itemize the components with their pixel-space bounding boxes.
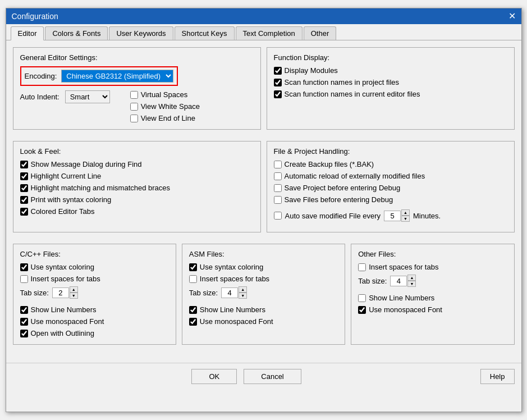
cpp-insert-spaces-checkbox[interactable] (20, 275, 28, 283)
other-insert-spaces-label: Insert spaces for tabs (369, 263, 438, 271)
view-white-space-item[interactable]: View White Space (130, 102, 200, 111)
asm-tab-decrement[interactable]: ▼ (239, 293, 247, 299)
other-files-title: Other Files: (358, 250, 507, 258)
tab-other[interactable]: Other (304, 26, 337, 40)
cpp-tab-size-spinbox[interactable]: 2 ▲ ▼ (52, 286, 78, 299)
highlight-current-line-checkbox[interactable] (20, 172, 28, 180)
view-white-space-label: View White Space (141, 102, 200, 111)
cpp-open-outlining-checkbox[interactable] (20, 330, 28, 337)
general-editor-settings: General Editor Settings: Encoding: Chine… (13, 47, 261, 130)
cpp-tab-increment[interactable]: ▲ (70, 286, 78, 293)
tab-user-keywords[interactable]: User Keywords (109, 26, 173, 40)
cpp-use-syntax-item[interactable]: Use syntax coloring (20, 263, 169, 271)
scan-project-item[interactable]: Scan function names in project files (274, 78, 507, 86)
asm-use-monospaced-item[interactable]: Use monospaced Font (189, 317, 338, 326)
asm-use-syntax-checkbox[interactable] (189, 263, 197, 271)
asm-insert-spaces-item[interactable]: Insert spaces for tabs (189, 275, 338, 283)
save-project-checkbox[interactable] (274, 184, 282, 192)
auto-save-increment[interactable]: ▲ (401, 209, 410, 216)
encoding-label: Encoding: (25, 72, 57, 80)
tab-editor[interactable]: Editor (11, 26, 44, 40)
cpp-open-outlining-item[interactable]: Open with Outlining (20, 329, 169, 337)
show-message-dialog-item[interactable]: Show Message Dialog during Find (20, 160, 254, 168)
virtual-spaces-item[interactable]: Virtual Spaces (130, 90, 200, 99)
asm-use-syntax-item[interactable]: Use syntax coloring (189, 263, 338, 271)
other-tab-size-spinbox[interactable]: 4 ▲ ▼ (390, 275, 416, 287)
asm-use-monospaced-checkbox[interactable] (189, 318, 197, 326)
cpp-show-line-numbers-checkbox[interactable] (20, 306, 28, 314)
asm-insert-spaces-checkbox[interactable] (189, 275, 197, 283)
view-white-space-checkbox[interactable] (130, 103, 138, 111)
auto-reload-item[interactable]: Automatic reload of externally modified … (274, 172, 507, 180)
auto-reload-checkbox[interactable] (274, 172, 282, 180)
other-show-line-numbers-checkbox[interactable] (358, 294, 366, 302)
cpp-tab-size-input[interactable]: 2 (52, 287, 69, 298)
colored-editor-tabs-checkbox[interactable] (20, 208, 28, 216)
highlight-current-line-item[interactable]: Highlight Current Line (20, 172, 254, 180)
auto-save-checkbox[interactable] (274, 212, 282, 220)
auto-save-spinbox-buttons: ▲ ▼ (401, 209, 410, 222)
print-syntax-checkbox[interactable] (20, 196, 28, 204)
create-backup-item[interactable]: Create Backup files (*.BAK) (274, 160, 507, 168)
auto-indent-select[interactable]: Smart (65, 90, 110, 103)
ok-button[interactable]: OK (191, 369, 237, 384)
asm-show-line-numbers-item[interactable]: Show Line Numbers (189, 305, 338, 314)
print-syntax-item[interactable]: Print with syntax coloring (20, 195, 254, 204)
cancel-button[interactable]: Cancel (244, 369, 301, 384)
auto-save-input[interactable]: 5 (384, 211, 401, 221)
cpp-use-monospaced-item[interactable]: Use monospaced Font (20, 317, 169, 326)
save-project-item[interactable]: Save Project before entering Debug (274, 184, 507, 192)
scan-editor-item[interactable]: Scan function names in current editor fi… (274, 90, 507, 98)
asm-show-line-numbers-checkbox[interactable] (189, 306, 197, 314)
highlight-matching-item[interactable]: Highlight matching and mismatched braces (20, 184, 254, 192)
cpp-use-syntax-checkbox[interactable] (20, 263, 28, 271)
encoding-select[interactable]: Chinese GB2312 (Simplified) (61, 70, 173, 83)
other-use-monospaced-item[interactable]: Use monospaced Font (358, 305, 507, 314)
close-button[interactable]: ✕ (508, 12, 516, 21)
cpp-use-monospaced-checkbox[interactable] (20, 318, 28, 326)
asm-tab-size-label: Tab size: (189, 289, 218, 297)
other-show-line-numbers-item[interactable]: Show Line Numbers (358, 294, 507, 302)
display-modules-checkbox[interactable] (274, 67, 282, 75)
highlight-matching-checkbox[interactable] (20, 184, 28, 192)
save-files-checkbox[interactable] (274, 196, 282, 204)
highlight-matching-label: Highlight matching and mismatched braces (31, 184, 171, 192)
scan-project-label: Scan function names in project files (285, 78, 400, 86)
scan-editor-checkbox[interactable] (274, 90, 282, 98)
view-end-of-line-checkbox[interactable] (130, 115, 138, 122)
asm-tab-size-spinbox[interactable]: 4 ▲ ▼ (221, 286, 247, 299)
other-use-monospaced-checkbox[interactable] (358, 306, 366, 314)
cpp-insert-spaces-item[interactable]: Insert spaces for tabs (20, 275, 169, 283)
auto-save-decrement[interactable]: ▼ (401, 216, 410, 222)
save-files-item[interactable]: Save Files before entering Debug (274, 195, 507, 204)
help-button[interactable]: Help (480, 369, 515, 384)
create-backup-label: Create Backup files (*.BAK) (285, 160, 374, 168)
other-tab-decrement[interactable]: ▼ (407, 281, 416, 287)
auto-save-spinbox[interactable]: 5 ▲ ▼ (384, 209, 410, 222)
cpp-tab-size-row: Tab size: 2 ▲ ▼ (20, 286, 169, 299)
other-insert-spaces-item[interactable]: Insert spaces for tabs (358, 263, 507, 271)
scan-project-checkbox[interactable] (274, 79, 282, 86)
show-message-dialog-checkbox[interactable] (20, 161, 28, 168)
cpp-use-monospaced-label: Use monospaced Font (31, 317, 104, 326)
other-tab-size-input[interactable]: 4 (390, 276, 407, 286)
display-modules-item[interactable]: Display Modules (274, 66, 507, 75)
bottom-buttons-bar: OK Cancel Help (6, 363, 521, 390)
tab-shortcut-keys[interactable]: Shortcut Keys (175, 26, 235, 40)
auto-reload-label: Automatic reload of externally modified … (285, 172, 425, 180)
cpp-show-line-numbers-item[interactable]: Show Line Numbers (20, 305, 169, 314)
colored-editor-tabs-item[interactable]: Colored Editor Tabs (20, 207, 254, 216)
virtual-spaces-checkbox[interactable] (130, 91, 138, 99)
content-area: General Editor Settings: Encoding: Chine… (6, 40, 521, 363)
other-tab-increment[interactable]: ▲ (407, 275, 416, 281)
view-end-of-line-item[interactable]: View End of Line (130, 114, 200, 122)
tab-text-completion[interactable]: Text Completion (236, 26, 303, 40)
cpp-tab-decrement[interactable]: ▼ (70, 293, 78, 299)
asm-insert-spaces-label: Insert spaces for tabs (200, 275, 269, 283)
asm-tab-size-input[interactable]: 4 (221, 287, 238, 298)
title-bar: Configuration ✕ (6, 8, 521, 24)
asm-tab-increment[interactable]: ▲ (239, 286, 247, 293)
tab-colors-fonts[interactable]: Colors & Fonts (45, 26, 108, 40)
other-insert-spaces-checkbox[interactable] (358, 263, 366, 271)
create-backup-checkbox[interactable] (274, 161, 282, 168)
